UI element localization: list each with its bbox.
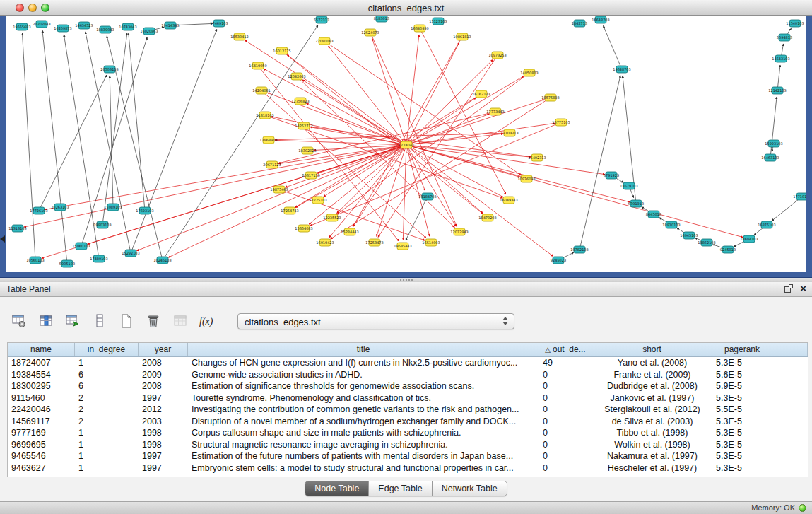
table-row[interactable]: 1830029562008Estimation of significance … — [8, 380, 808, 392]
graph-edge[interactable] — [377, 145, 406, 236]
graph-node[interactable]: 18679103 — [620, 182, 637, 189]
graph-node[interactable]: 18302023 — [298, 147, 316, 154]
graph-node[interactable]: 18910103 — [662, 221, 680, 228]
graph-node[interactable]: 11540103 — [786, 20, 804, 27]
graph-edge[interactable] — [136, 145, 406, 251]
graph-node[interactable]: 16419050 — [249, 62, 266, 69]
graph-node[interactable]: 12042663 — [288, 73, 305, 80]
graph-node[interactable]: 16514093 — [422, 239, 440, 246]
graph-edge[interactable] — [770, 97, 777, 158]
column-header-year[interactable]: year — [139, 343, 188, 356]
memory-status-icon[interactable] — [799, 504, 806, 512]
graph-node[interactable]: 1724041 — [399, 141, 414, 148]
graph-edge[interactable] — [406, 145, 743, 238]
column-header-out-degree[interactable]: △out_de... — [539, 343, 592, 356]
column-header-short[interactable]: short — [592, 343, 712, 356]
graph-node[interactable]: 20263103 — [51, 204, 69, 211]
graph-node[interactable]: 5905103 — [59, 260, 75, 267]
graph-node[interactable]: 19184703 — [418, 193, 436, 200]
column-header-pagerank[interactable]: pagerank — [712, 343, 772, 356]
graph-node[interactable]: 19648703 — [613, 66, 630, 73]
tab-network-table[interactable]: Network Table — [432, 481, 507, 496]
graph-node[interactable]: 19565683 — [13, 23, 30, 30]
graph-node[interactable]: 16020863 — [140, 28, 158, 35]
table-settings-button[interactable] — [10, 312, 28, 330]
graph-node[interactable]: 16875103 — [758, 221, 775, 228]
graph-node[interactable]: 18694103 — [740, 235, 758, 243]
graph-node[interactable]: 15284443 — [341, 228, 358, 235]
graph-edge[interactable] — [370, 33, 457, 226]
graph-edge[interactable] — [110, 76, 113, 207]
graph-node[interactable]: 17469103 — [210, 20, 228, 27]
graph-node[interactable]: 16640930 — [411, 25, 428, 32]
float-panel-icon[interactable] — [784, 284, 793, 293]
graph-node[interactable]: 9245013 — [720, 246, 736, 253]
graph-node[interactable]: 19903103 — [93, 221, 111, 228]
graph-edge[interactable] — [24, 145, 406, 227]
graph-edge[interactable] — [129, 33, 145, 211]
window-titlebar[interactable]: citations_edges.txt — [0, 0, 812, 16]
graph-edge[interactable] — [45, 145, 406, 209]
graph-node[interactable]: 14252712 — [295, 122, 312, 129]
new-file-button[interactable] — [117, 312, 136, 330]
graph-node[interactable]: 17489103 — [90, 255, 107, 262]
graph-edge[interactable] — [406, 145, 605, 175]
graph-node[interactable]: 18839043 — [96, 26, 114, 33]
graph-node[interactable]: 8645013 — [646, 211, 661, 218]
graph-node[interactable]: 15492313 — [528, 154, 546, 161]
graph-edge[interactable] — [86, 32, 131, 253]
graph-edge[interactable] — [102, 33, 127, 225]
graph-node[interactable]: 18530412 — [230, 33, 248, 40]
graph-node[interactable]: 10743043 — [119, 23, 136, 30]
graph-edge[interactable] — [245, 40, 406, 145]
graph-edge[interactable] — [170, 23, 213, 25]
close-panel-icon[interactable]: × — [800, 284, 806, 293]
rows-button[interactable] — [90, 312, 109, 330]
graph-node[interactable]: 11313103 — [8, 225, 26, 232]
graph-node[interactable]: 18575893 — [541, 94, 559, 101]
graph-node[interactable]: 16012175 — [273, 47, 290, 54]
graph-node[interactable]: 22080063 — [315, 37, 333, 45]
graph-node[interactable]: 18470203 — [478, 214, 496, 221]
graph-node[interactable]: 16648703 — [592, 16, 609, 23]
table-row[interactable]: 1456911722003Disruption of a novel membe… — [8, 416, 808, 428]
graph-node[interactable]: 17693103 — [136, 207, 153, 214]
graph-node[interactable]: 12235523 — [323, 214, 341, 221]
graph-node[interactable]: 10782103 — [570, 246, 588, 253]
graph-edge[interactable] — [264, 69, 406, 145]
graph-node[interactable]: 12142103 — [768, 87, 786, 94]
graph-node[interactable]: 16162123 — [472, 90, 490, 98]
graph-node[interactable]: 5594813 — [777, 34, 792, 41]
graph-node[interactable]: 9245023 — [551, 257, 566, 264]
column-header-name[interactable]: name — [8, 343, 75, 356]
graph-node[interactable]: 17725103 — [309, 197, 326, 204]
graph-edge[interactable] — [353, 37, 462, 226]
graph-edge[interactable] — [372, 39, 406, 145]
network-canvas[interactable]: 1724041185304121601217522080063125240731… — [6, 16, 806, 272]
graph-node[interactable]: 15123103 — [429, 18, 447, 25]
panel-collapse-arrow[interactable] — [0, 235, 5, 243]
graph-node[interactable]: 20202043 — [33, 21, 50, 28]
graph-node[interactable]: 19535443 — [394, 243, 411, 250]
table-row[interactable]: 969969511998Structural magnetic resonanc… — [8, 439, 808, 451]
graph-edge[interactable] — [309, 145, 406, 224]
graph-node[interactable]: 14850803 — [520, 69, 538, 76]
graph-node[interactable]: 20671123 — [263, 161, 281, 168]
delete-table-button[interactable] — [144, 312, 163, 330]
table-row[interactable]: 946362711997Embryonic stem cells: a mode… — [8, 462, 808, 474]
graph-node[interactable]: 14634523 — [75, 22, 93, 29]
table-row[interactable]: 1872400712008Changes of HCN gene express… — [8, 357, 808, 369]
graph-node[interactable]: 12524073 — [361, 29, 379, 36]
graph-node[interactable]: 16049343 — [500, 197, 517, 204]
graph-edge[interactable] — [64, 35, 99, 259]
table-row[interactable]: 911546021997Tourette syndrome. Phenomeno… — [8, 392, 808, 404]
tab-edge-table[interactable]: Edge Table — [368, 481, 431, 496]
graph-edge[interactable] — [278, 145, 406, 164]
function-builder-button[interactable]: f(x) — [198, 312, 216, 330]
graph-node[interactable]: 17710103 — [793, 193, 806, 200]
graph-node[interactable]: 8183013 — [374, 16, 389, 22]
table-selector-dropdown[interactable]: citations_edges.txt — [237, 313, 514, 329]
graph-edge[interactable] — [579, 76, 620, 250]
select-columns-button[interactable] — [37, 312, 55, 330]
graph-edge[interactable] — [353, 145, 406, 226]
